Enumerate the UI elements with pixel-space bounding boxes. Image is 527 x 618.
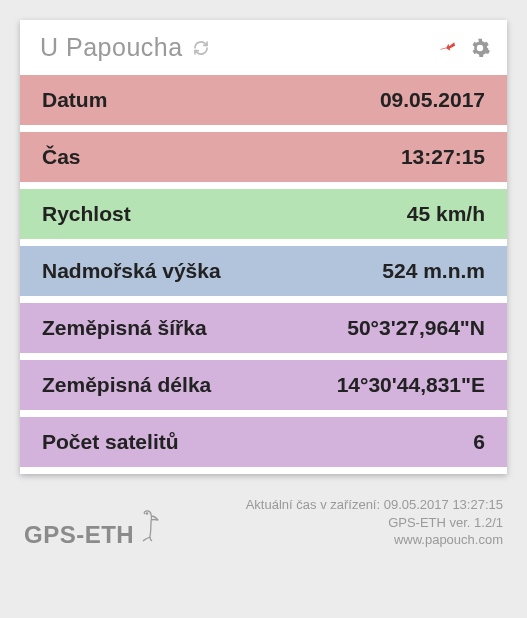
gear-icon[interactable] [469, 37, 491, 59]
row-satellites-value: 6 [473, 430, 485, 454]
footer: GPS-ETH Aktuální čas v zařízení: 09.05.2… [20, 496, 507, 549]
data-rows: Datum 09.05.2017 Čas 13:27:15 Rychlost 4… [20, 75, 507, 474]
row-speed: Rychlost 45 km/h [20, 189, 507, 239]
row-time-value: 13:27:15 [401, 145, 485, 169]
row-time-label: Čas [42, 145, 81, 169]
footer-device-time: Aktuální čas v zařízení: 09.05.2017 13:2… [246, 496, 503, 514]
row-longitude: Zeměpisná délka 14°30'44,831"E [20, 360, 507, 410]
row-altitude: Nadmořská výška 524 m.n.m [20, 246, 507, 296]
row-speed-label: Rychlost [42, 202, 131, 226]
row-longitude-label: Zeměpisná délka [42, 373, 211, 397]
gps-card: U Papoucha Datum 09.05.2017 [20, 20, 507, 474]
row-speed-value: 45 km/h [407, 202, 485, 226]
row-satellites-label: Počet satelitů [42, 430, 179, 454]
parrot-icon [136, 509, 162, 549]
row-latitude-value: 50°3'27,964"N [347, 316, 485, 340]
row-date-value: 09.05.2017 [380, 88, 485, 112]
row-date-label: Datum [42, 88, 107, 112]
row-altitude-value: 524 m.n.m [382, 259, 485, 283]
row-date: Datum 09.05.2017 [20, 75, 507, 125]
svg-point-0 [146, 512, 147, 513]
row-time: Čas 13:27:15 [20, 132, 507, 182]
row-altitude-label: Nadmořská výška [42, 259, 221, 283]
pin-icon[interactable] [439, 38, 459, 58]
product-logo-text: GPS-ETH [24, 521, 134, 549]
footer-version: GPS-ETH ver. 1.2/1 [246, 514, 503, 532]
product-logo: GPS-ETH [24, 509, 162, 549]
footer-info: Aktuální čas v zařízení: 09.05.2017 13:2… [246, 496, 503, 549]
card-header: U Papoucha [20, 20, 507, 75]
footer-url: www.papouch.com [246, 531, 503, 549]
row-satellites: Počet satelitů 6 [20, 417, 507, 467]
card-title: U Papoucha [40, 33, 183, 62]
row-longitude-value: 14°30'44,831"E [337, 373, 485, 397]
row-latitude-label: Zeměpisná šířka [42, 316, 207, 340]
refresh-icon[interactable] [193, 40, 209, 56]
row-latitude: Zeměpisná šířka 50°3'27,964"N [20, 303, 507, 353]
